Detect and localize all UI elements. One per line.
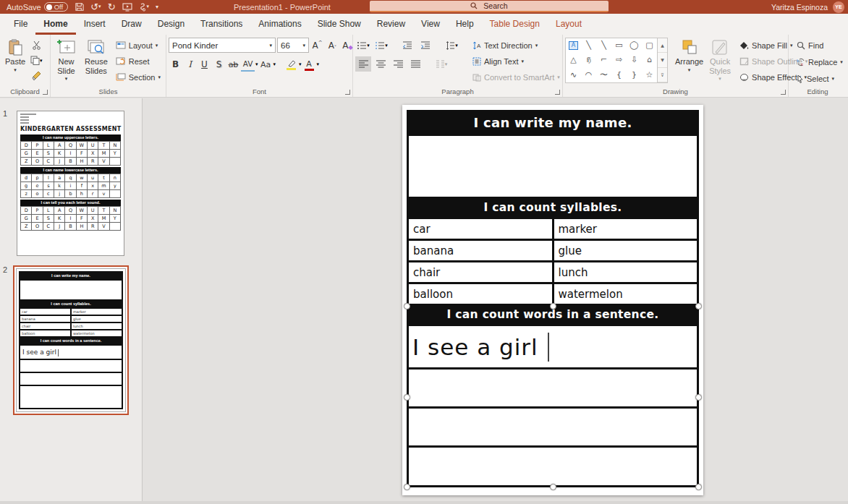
shape-gallery[interactable]: A ╲ ╲ ▭ ◯ ▢ △ 𝼀 ⌐ ⇨ ⇩ ⌂ ∿ ◠ 〜 { } ☆ xyxy=(565,38,658,83)
tab-insert[interactable]: Insert xyxy=(76,14,114,35)
increase-indent-button[interactable] xyxy=(417,38,433,53)
font-size-select[interactable]: 66▾ xyxy=(277,38,309,53)
sentence-text[interactable]: I see a girl xyxy=(412,334,538,360)
redo-button[interactable]: ↻ xyxy=(108,2,116,12)
left-brace-shape-icon[interactable]: { xyxy=(616,70,622,80)
section-button[interactable]: Section▾ xyxy=(113,69,164,85)
slide-layout-button[interactable]: Layout▾ xyxy=(113,38,164,53)
tab-table-design[interactable]: Table Design xyxy=(482,14,548,35)
font-name-select[interactable]: Pond Kinder▾ xyxy=(169,38,276,53)
selection-handle-top-center[interactable] xyxy=(550,303,556,309)
new-slide-button[interactable]: New Slide ▾ xyxy=(53,38,80,83)
slide-2-editing-surface[interactable]: I can write my name. I can count syllabl… xyxy=(402,105,703,495)
syllable-word-cell[interactable]: car xyxy=(409,219,552,239)
copy-button[interactable]: ▾ xyxy=(28,53,44,68)
autosave-toggle[interactable]: AutoSave Off xyxy=(7,2,68,12)
arrange-button[interactable]: Arrange ▾ xyxy=(672,38,706,74)
select-button[interactable]: Select▾ xyxy=(794,71,846,86)
reset-slide-button[interactable]: Reset xyxy=(113,54,164,69)
text-direction-button[interactable]: A Text Direction▾ xyxy=(470,38,563,53)
banner-count-syllables[interactable]: I can count syllables. xyxy=(409,199,697,217)
quick-styles-button[interactable]: Quick Styles ▾ xyxy=(706,38,734,83)
syllable-word-cell[interactable]: marker xyxy=(554,219,698,239)
convert-to-smartart-button[interactable]: Convert to SmartArt▾ xyxy=(470,69,563,85)
align-left-button[interactable] xyxy=(355,56,371,72)
arrow-line-shape-icon[interactable]: ╲ xyxy=(601,40,606,50)
syllable-word-cell[interactable]: banana xyxy=(409,241,552,260)
font-dialog-launcher[interactable] xyxy=(345,90,350,95)
undo-button[interactable]: ↺ ▾ xyxy=(90,2,101,12)
right-arrow-shape-icon[interactable]: ⇨ xyxy=(616,55,622,64)
italic-button[interactable]: I xyxy=(183,57,197,72)
arc-shape-icon[interactable]: ◠ xyxy=(585,70,593,80)
copy-dropdown-icon[interactable]: ▾ xyxy=(40,58,43,64)
tab-help[interactable]: Help xyxy=(448,14,482,35)
scribble-shape-icon[interactable]: ∿ xyxy=(570,70,577,80)
selection-handle-bottom-right[interactable] xyxy=(695,484,702,490)
character-spacing-dropdown-icon[interactable]: ▾ xyxy=(255,61,258,67)
freeform-shape-icon[interactable]: ⌐ xyxy=(601,55,607,64)
tab-transitions[interactable]: Transitions xyxy=(192,14,250,35)
reuse-slides-button[interactable]: Reuse Slides xyxy=(80,38,113,77)
change-case-dropdown-icon[interactable]: ▾ xyxy=(274,61,276,67)
shapes-more-button[interactable]: ⊽ xyxy=(658,68,667,82)
oval-shape-icon[interactable]: ◯ xyxy=(629,40,638,50)
increase-font-size-button[interactable]: A^ xyxy=(310,38,324,53)
empty-sentence-row[interactable] xyxy=(409,448,697,485)
rounded-rectangle-shape-icon[interactable]: ▢ xyxy=(645,40,653,50)
start-slideshow-button[interactable] xyxy=(122,3,132,12)
new-slide-dropdown-icon[interactable]: ▾ xyxy=(65,76,68,82)
curve-shape-icon[interactable]: 〜 xyxy=(600,69,608,80)
syllable-word-cell[interactable]: glue xyxy=(554,241,698,260)
replace-button[interactable]: bc Replace▾ xyxy=(794,54,846,69)
bold-button[interactable]: B xyxy=(169,57,182,72)
highlight-color-button[interactable] xyxy=(284,57,298,72)
syllable-word-cell[interactable]: watermelon xyxy=(554,284,698,304)
polygon-shape-icon[interactable]: ⌂ xyxy=(647,55,652,64)
paragraph-dialog-launcher[interactable] xyxy=(555,90,560,95)
selection-handle-top-right[interactable] xyxy=(695,303,702,309)
text-shadow-button[interactable]: S xyxy=(212,57,226,72)
justify-button[interactable] xyxy=(407,56,423,72)
highlight-dropdown-icon[interactable]: ▾ xyxy=(299,61,302,67)
paste-dropdown-icon[interactable]: ▾ xyxy=(14,67,17,73)
tab-view[interactable]: View xyxy=(413,14,448,35)
decrease-indent-button[interactable] xyxy=(399,38,415,53)
banner-write-name[interactable]: I can write my name. xyxy=(409,112,697,134)
syllable-word-cell[interactable]: chair xyxy=(409,262,552,282)
tab-home[interactable]: Home xyxy=(35,14,75,35)
down-arrow-shape-icon[interactable]: ⇩ xyxy=(631,55,637,64)
tab-slide-show[interactable]: Slide Show xyxy=(310,14,369,35)
tab-layout[interactable]: Layout xyxy=(548,14,590,35)
align-text-button[interactable]: Align Text▾ xyxy=(470,54,563,69)
font-color-dropdown-icon[interactable]: ▾ xyxy=(317,61,320,67)
syllable-word-cell[interactable]: lunch xyxy=(554,262,698,282)
strikethrough-button[interactable]: ab xyxy=(226,57,240,72)
touch-mode-button[interactable]: ▾ xyxy=(139,3,150,12)
decrease-font-size-button[interactable]: Aˇ xyxy=(326,38,339,53)
selection-handle-top-left[interactable] xyxy=(404,303,410,309)
tab-review[interactable]: Review xyxy=(369,14,413,35)
selection-handle-mid-left[interactable] xyxy=(404,394,410,401)
rectangle-shape-icon[interactable]: ▭ xyxy=(615,40,622,50)
selection-handle-mid-right[interactable] xyxy=(695,394,702,401)
align-right-button[interactable] xyxy=(390,56,406,72)
avatar[interactable]: YE xyxy=(833,1,844,13)
right-brace-shape-icon[interactable]: } xyxy=(632,70,637,80)
change-case-button[interactable]: Aa xyxy=(259,57,273,72)
empty-sentence-row[interactable] xyxy=(409,370,697,406)
star-shape-icon[interactable]: ☆ xyxy=(646,70,653,80)
tab-design[interactable]: Design xyxy=(150,14,192,35)
shapes-scroll-down-button[interactable]: ▼ xyxy=(658,53,667,67)
line-spacing-button[interactable]: ▾ xyxy=(444,38,459,53)
undo-dropdown-icon[interactable]: ▾ xyxy=(98,4,101,9)
slide-1-thumbnail[interactable]: KINDERGARTEN ASSESSMENT I can name upper… xyxy=(17,111,124,256)
triangle-shape-icon[interactable]: △ xyxy=(570,55,576,64)
syllable-word-cell[interactable]: balloon xyxy=(409,284,552,304)
font-color-button[interactable]: A xyxy=(302,57,316,72)
line-shape-icon[interactable]: ╲ xyxy=(586,40,591,50)
columns-button[interactable]: ▾ xyxy=(433,56,449,72)
selection-handle-bottom-left[interactable] xyxy=(404,484,410,490)
textbox-shape-icon[interactable]: A xyxy=(569,41,578,50)
cut-button[interactable] xyxy=(28,38,44,53)
